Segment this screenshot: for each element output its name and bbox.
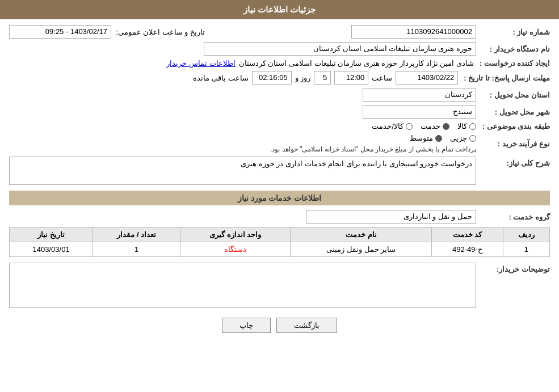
buyer-notes-label: توضیحات خریدار:	[476, 265, 550, 273]
purchase-type-label: نوع فرآیند خرید :	[476, 140, 550, 148]
print-button[interactable]: چاپ	[222, 318, 271, 333]
buyer-org-label: نام دستگاه خریدار :	[476, 45, 550, 53]
province-value-wrapper: کردستان	[9, 88, 476, 102]
row-need-number: شماره نیاز : 1103092641000002 تاریخ و سا…	[9, 25, 550, 39]
purchase-note: پرداخت تمام یا بخشی از مبلغ خریدار محل "…	[270, 145, 476, 153]
buyer-org-value: حوزه هنری سازمان تبلیغات اسلامی استان کر…	[204, 42, 476, 56]
main-content: شماره نیاز : 1103092641000002 تاریخ و سا…	[0, 19, 559, 344]
deadline-remaining: 02:16:05	[252, 71, 292, 85]
creator-value-wrapper: شادی امین نژاد کاربرداز حوزه هنری سازمان…	[9, 59, 474, 68]
radio-khedmat	[443, 123, 449, 130]
purchase-type-motawaset-label: متوسط	[410, 134, 433, 142]
radio-kala	[469, 123, 476, 130]
row-buyer-notes: توضیحات خریدار:	[9, 263, 550, 310]
category-khedmat-label: خدمت	[421, 122, 440, 130]
deadline-time-label: ساعت	[372, 74, 392, 82]
deadline-day-label: روز و	[295, 74, 311, 82]
category-options: کالا خدمت کالا/خدمت	[9, 122, 476, 130]
need-description-textarea[interactable]: درخواست خودرو استیجاری با راننده برای ان…	[9, 157, 476, 185]
need-description-value-wrapper: درخواست خودرو استیجاری با راننده برای ان…	[9, 157, 476, 185]
need-description-text: درخواست خودرو استیجاری با راننده برای ان…	[241, 159, 472, 168]
purchase-type-jozi[interactable]: جزیی	[450, 134, 476, 142]
table-header-row: ردیف کد خدمت نام خدمت واحد اندازه گیری ت…	[10, 227, 550, 242]
buyer-notes-wrapper	[9, 263, 476, 310]
purchase-type-options: جزیی متوسط	[9, 134, 476, 142]
purchase-type-wrapper: جزیی متوسط پرداخت تمام یا بخشی از مبلغ خ…	[9, 134, 476, 153]
buyer-notes-textarea[interactable]	[9, 263, 476, 308]
need-number-value: 1103092641000002	[351, 25, 476, 39]
purchase-type-motawaset[interactable]: متوسط	[410, 134, 442, 142]
row-province: استان محل تحویل : کردستان	[9, 88, 550, 102]
category-kala-khedmat-label: کالا/خدمت	[372, 122, 404, 130]
category-option-kala[interactable]: کالا	[457, 122, 476, 130]
need-number-label: شماره نیاز :	[476, 28, 550, 36]
row-category: طبقه بندی موضوعی : کالا خدمت کالا/خدمت	[9, 122, 550, 130]
radio-jozi	[469, 135, 476, 142]
cell-qty: 1	[93, 242, 180, 257]
deadline-date: 1403/02/22	[396, 71, 458, 85]
table-row: 1 ح-49-492 سایر حمل ونقل زمینی دستگاه 1 …	[10, 242, 550, 257]
page-title: جزئیات اطلاعات نیاز	[243, 5, 316, 14]
deadline-time: 12:00	[334, 71, 368, 85]
province-value: کردستان	[363, 88, 476, 102]
service-group-value-wrapper: حمل و نقل و انبارداری	[9, 210, 476, 224]
category-kala-label: کالا	[457, 122, 467, 130]
province-label: استان محل تحویل :	[476, 91, 550, 99]
service-group-value: حمل و نقل و انبارداری	[306, 210, 476, 224]
col-index: ردیف	[503, 227, 549, 242]
col-qty: تعداد / مقدار	[93, 227, 180, 242]
cell-date: 1403/03/01	[10, 242, 93, 257]
need-description-label: شرح کلی نیاز:	[476, 159, 550, 167]
button-area: بازگشت چاپ	[9, 318, 550, 333]
col-date: تاریخ نیاز	[10, 227, 93, 242]
col-service-code: کد خدمت	[432, 227, 503, 242]
announce-date-label: تاریخ و ساعت اعلان عمومی:	[116, 28, 205, 36]
announce-date-value: 1403/02/17 - 09:25	[9, 25, 111, 39]
radio-motawaset	[435, 135, 442, 142]
cell-service-code: ح-49-492	[432, 242, 503, 257]
deadline-label: مهلت ارسال پاسخ: تا تاریخ :	[458, 74, 550, 82]
col-unit: واحد اندازه گیری	[180, 227, 291, 242]
contact-link[interactable]: اطلاعات تماس خریدار	[166, 59, 235, 68]
row-deadline: مهلت ارسال پاسخ: تا تاریخ : 1403/02/22 س…	[9, 71, 550, 85]
city-value-wrapper: سنندج	[9, 105, 476, 119]
deadline-remaining-label: ساعت باقی مانده	[193, 74, 248, 82]
purchase-type-jozi-label: جزیی	[450, 134, 467, 142]
page-header: جزئیات اطلاعات نیاز	[0, 0, 559, 19]
row-creator: ایجاد کننده درخواست : شادی امین نژاد کار…	[9, 59, 550, 68]
radio-kala-khedmat	[406, 123, 413, 130]
cell-index: 1	[503, 242, 549, 257]
creator-value: شادی امین نژاد کاربرداز حوزه هنری سازمان…	[239, 59, 474, 68]
creator-label: ایجاد کننده درخواست :	[474, 59, 550, 68]
services-divider-title: اطلاعات خدمات مورد نیاز	[9, 191, 550, 205]
row-need-description: شرح کلی نیاز: درخواست خودرو استیجاری با …	[9, 157, 550, 185]
category-option-khedmat[interactable]: خدمت	[421, 122, 449, 130]
row-service-group: گروه خدمت : حمل و نقل و انبارداری	[9, 210, 550, 224]
city-label: شهر محل تحویل :	[476, 108, 550, 116]
deadline-days: 5	[314, 71, 331, 85]
cell-service-name: سایر حمل ونقل زمینی	[291, 242, 432, 257]
service-group-label: گروه خدمت :	[476, 213, 550, 221]
cell-unit: دستگاه	[180, 242, 291, 257]
page-wrapper: جزئیات اطلاعات نیاز شماره نیاز : 1103092…	[0, 0, 559, 392]
row-city: شهر محل تحویل : سنندج	[9, 105, 550, 119]
category-label: طبقه بندی موضوعی :	[476, 122, 550, 130]
row-purchase-type: نوع فرآیند خرید : جزیی متوسط پرداخت تمام…	[9, 134, 550, 153]
services-table: ردیف کد خدمت نام خدمت واحد اندازه گیری ت…	[9, 227, 550, 257]
back-button[interactable]: بازگشت	[276, 318, 337, 333]
city-value: سنندج	[363, 105, 476, 119]
deadline-value-wrapper: 1403/02/22 ساعت 12:00 5 روز و 02:16:05 س…	[9, 71, 458, 85]
row-buyer-org: نام دستگاه خریدار : حوزه هنری سازمان تبل…	[9, 42, 550, 56]
buyer-org-value-wrapper: حوزه هنری سازمان تبلیغات اسلامی استان کر…	[9, 42, 476, 56]
category-option-kala-khedmat[interactable]: کالا/خدمت	[372, 122, 413, 130]
col-service-name: نام خدمت	[291, 227, 432, 242]
need-number-value-wrapper: 1103092641000002	[216, 25, 476, 39]
